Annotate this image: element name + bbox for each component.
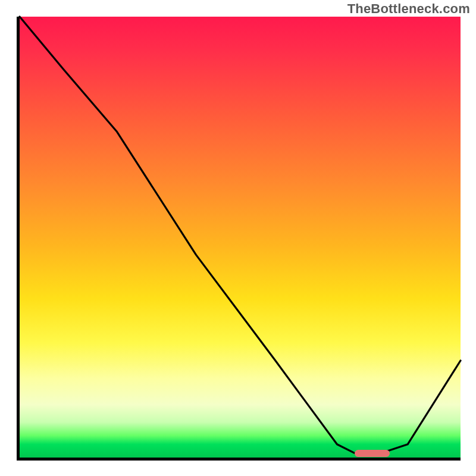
optimum-marker [355,450,390,457]
plot-area [17,17,461,461]
watermark-label: TheBottleneck.com [347,1,470,17]
chart-stage: TheBottleneck.com [0,0,476,476]
bottleneck-curve [20,17,461,458]
